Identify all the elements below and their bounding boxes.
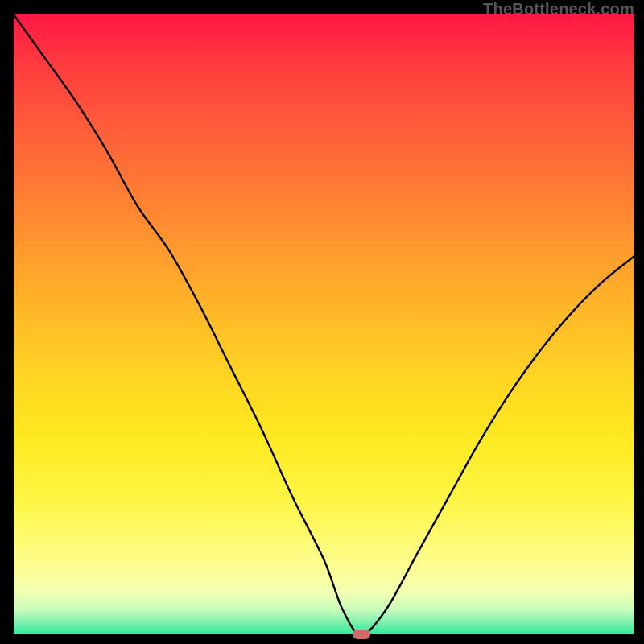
attribution-text: TheBottleneck.com bbox=[483, 0, 634, 19]
optimal-point-marker bbox=[353, 630, 370, 639]
chart-plot-area bbox=[14, 14, 634, 634]
bottleneck-curve bbox=[14, 14, 634, 634]
